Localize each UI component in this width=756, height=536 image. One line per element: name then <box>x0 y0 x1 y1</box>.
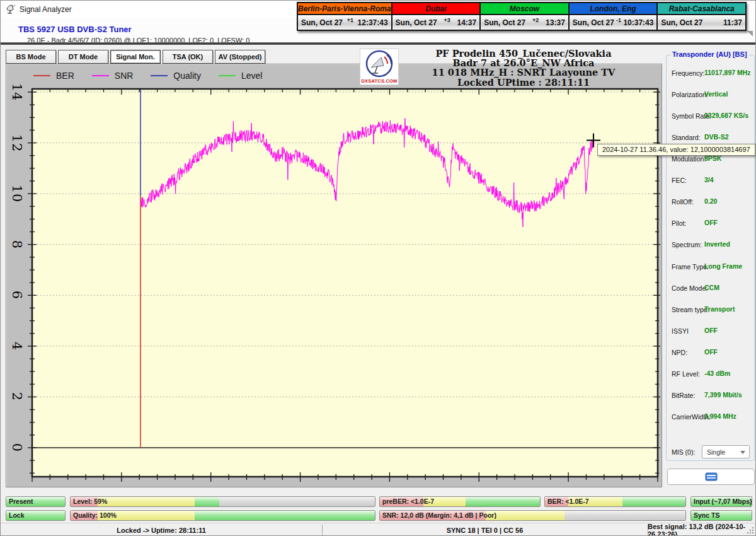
transponder-value: 7,399 Mbit/s <box>704 391 742 399</box>
transponder-label: NPD: <box>672 349 687 356</box>
transponder-row: Code Mode: CCM <box>667 284 754 294</box>
transponder-row: FEC: 3/4 <box>667 177 754 186</box>
mis-dropdown[interactable]: Single <box>702 445 750 458</box>
clock-cell: London, Eng Sun, Oct 27 -1 10:37:43 <box>570 3 658 30</box>
transponder-row: Symbol Rate: 3329,687 KS/s <box>667 112 754 122</box>
chart-title-line3: 11 018 MHz_H : SNRT Laayoune TV <box>390 67 657 77</box>
transponder-value: OFF <box>704 348 718 356</box>
snr-chart-plot[interactable] <box>32 89 658 477</box>
clock-city-label: London, Eng <box>570 3 657 15</box>
transponder-value: Transport <box>704 305 735 313</box>
transponder-panel: Transponder (AU) [BS] Frequency: 11017,8… <box>666 55 755 461</box>
tab-bs-mode[interactable]: BS Mode <box>6 50 56 64</box>
transponder-value: CCM <box>704 284 719 291</box>
clock-utc-offset: +1 <box>343 17 358 23</box>
transponder-value: DVB-S2 <box>704 133 729 141</box>
transponder-row: Frequency: 11017,897 MHz <box>667 69 754 79</box>
transponder-row: Stream type: Transport <box>667 306 754 315</box>
chart-title-line1: PF Prodelin 450_Lučenec/Slovakia <box>390 49 657 58</box>
legend-color-line <box>219 75 236 76</box>
transponder-row: Spectrum: Inverted <box>667 241 754 250</box>
mis-row: MIS (0): Single <box>667 445 754 459</box>
transponder-row: Frame Type: Long Frame <box>667 263 754 272</box>
transponder-row: ISSYI OFF <box>667 327 754 337</box>
transponder-value: Inverted <box>704 240 730 248</box>
transponder-value: 8PSK <box>704 154 721 162</box>
clock-cell: Moscow Sun, Oct 27 +2 13:37 <box>481 3 570 30</box>
clock-date: Sun, Oct 27 <box>573 18 614 27</box>
transponder-value: Vertical <box>704 90 728 98</box>
clock-cell: Dubai Sun, Oct 27 +3 14:37 <box>392 3 481 30</box>
mis-selected-value: Single <box>707 448 725 456</box>
mis-label: MIS (0): <box>672 448 695 456</box>
transponder-row: CarrierWidth: 3,994 MHz <box>667 413 754 422</box>
transponder-row: NPD: OFF <box>667 349 754 358</box>
clock-time-row: Sun, Oct 27 -1 10:37:43 <box>570 15 657 30</box>
legend-label: BER <box>56 71 74 81</box>
chart-title-line4: Locked UPtime : 28:11:11 <box>390 78 657 87</box>
clock-date: Sun, Oct 27 <box>396 18 437 27</box>
transponder-label: RF Level: <box>672 370 700 378</box>
separator-groove <box>1 42 756 45</box>
quality-bar: Quality: 100% <box>70 510 375 521</box>
clock-time: 11:37 <box>723 18 742 27</box>
legend-color-line <box>33 75 50 76</box>
transponder-value: 3,994 MHz <box>704 412 736 420</box>
chart-tooltip: 2024-10-27 11.36.46, value: 12,100000381… <box>597 144 755 156</box>
transponder-label: BitRate: <box>672 392 695 399</box>
resize-grip[interactable] <box>745 525 754 534</box>
signal-analyzer-window: Signal Analyzer TBS 5927 USB DVB-S2 Tune… <box>0 0 756 536</box>
clock-time-row: Sun, Oct 27 +3 14:37 <box>392 15 480 30</box>
clock-time: 13:37 <box>546 18 565 27</box>
clock-city-label: Moscow <box>481 3 568 15</box>
clock-utc-offset: +3 <box>437 17 457 23</box>
transponder-label: Frame Type: <box>672 263 709 271</box>
level-bar: Level: 59% <box>70 496 375 507</box>
clock-resize-grip[interactable] <box>747 31 753 37</box>
transponder-row: Modulation: 8PSK <box>667 155 754 165</box>
transponder-value: -43 dBm <box>704 370 730 377</box>
transponder-row: RF Level: -43 dBm <box>667 370 754 380</box>
clock-time: 14:37 <box>457 18 477 27</box>
report-button[interactable] <box>667 469 755 485</box>
clock-time: 12:37:43 <box>358 18 388 27</box>
window-title: Signal Analyzer <box>20 5 72 14</box>
transponder-row: Polarization: Vertical <box>667 91 754 100</box>
clock-city-label: Rabat-Casablanca <box>658 3 745 15</box>
report-icon <box>705 472 718 481</box>
status-sync: SYNC 18 | TEI 0 | CC 56 <box>322 523 648 536</box>
transponder-value: 11017,897 MHz <box>704 69 751 76</box>
tab-av[interactable]: AV (Stopped) <box>215 50 265 64</box>
clock-time: 10:37:43 <box>623 18 653 27</box>
transponder-row: RollOff: 0.20 <box>667 198 754 207</box>
clock-utc-offset: -1 <box>614 17 624 23</box>
input-indicator: Input (~7,07 Mbps) <box>690 496 752 507</box>
ber-bar: BER: <1.0E-7 <box>544 496 686 507</box>
clock-utc-offset: +2 <box>525 17 546 23</box>
snr-bar: SNR: 12,0 dB (Margin: 4,1 dB | Poor) <box>379 510 686 521</box>
chart-title-block: PF Prodelin 450_Lučenec/Slovakia Badr 7 … <box>390 49 657 87</box>
legend-color-line <box>151 75 168 76</box>
transponder-value: 3329,687 KS/s <box>704 112 748 119</box>
tab-signal-mon[interactable]: Signal Mon. <box>110 50 161 64</box>
transponder-label: Stream type: <box>672 306 709 313</box>
clock-date: Sun, Oct 27 <box>661 18 702 27</box>
transponder-value: OFF <box>704 327 718 334</box>
transponder-label: Frequency: <box>672 69 705 77</box>
legend-item: Level <box>219 71 262 81</box>
transponder-value: 0.20 <box>704 197 717 205</box>
tab-tsa[interactable]: TSA (OK) <box>163 50 213 64</box>
chart-legend: BER SNR Quality Level <box>33 67 280 84</box>
status-bar: Locked -> Uptime: 28:11:11 SYNC 18 | TEI… <box>1 523 756 536</box>
clock-cell: Berlin-Paris-Vienna-Roma Sun, Oct 27 +1 … <box>298 3 392 30</box>
transponder-label: Standard: <box>672 134 701 141</box>
legend-color-line <box>92 75 109 76</box>
tab-dt-mode[interactable]: DT Mode <box>58 50 108 64</box>
clock-date: Sun, Oct 27 <box>301 18 343 27</box>
transponder-label: Code Mode: <box>672 284 707 292</box>
clock-time-row: Sun, Oct 27 11:37 <box>658 15 745 30</box>
transponder-row: Standard: DVB-S2 <box>667 134 754 143</box>
clock-city-label: Berlin-Paris-Vienna-Roma <box>298 3 391 15</box>
legend-item: Quality <box>151 71 201 81</box>
transponder-label: Spectrum: <box>672 241 702 248</box>
